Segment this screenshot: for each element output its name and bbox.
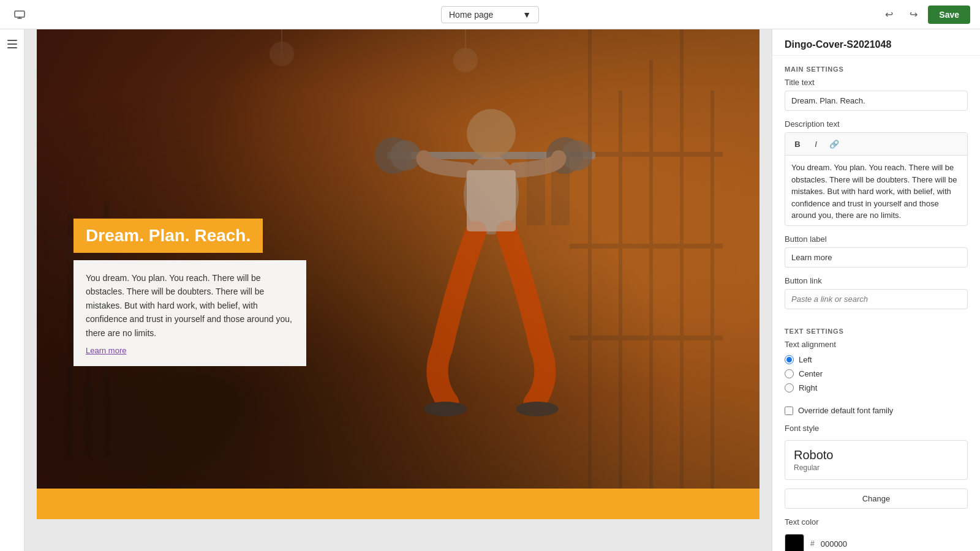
save-button[interactable]: Save <box>928 6 970 24</box>
top-bar-left <box>10 5 29 24</box>
description-textarea[interactable] <box>785 156 967 223</box>
override-font-label: Override default font family <box>798 406 893 415</box>
alignment-center-option[interactable]: Center <box>785 369 968 378</box>
bottom-strip <box>37 489 760 519</box>
svg-point-25 <box>390 140 421 171</box>
override-font-checkbox-item[interactable]: Override default font family <box>772 406 980 424</box>
svg-point-29 <box>467 109 516 158</box>
text-color-row: # 000000 <box>772 534 980 551</box>
button-label-input[interactable] <box>785 247 968 268</box>
text-color-value: 000000 <box>821 539 847 549</box>
title-text-group: Title text <box>772 78 980 119</box>
text-settings-label: TEXT SETTINGS <box>772 318 980 340</box>
svg-rect-13 <box>649 60 653 489</box>
color-hash: # <box>810 539 815 548</box>
alignment-right-option[interactable]: Right <box>785 383 968 392</box>
sidebar-header: Dingo-Cover-S2021048 <box>772 29 980 56</box>
svg-point-31 <box>516 402 559 416</box>
canvas-area: Dream. Plan. Reach. You dream. You plan.… <box>24 29 772 551</box>
button-link-group: Button link <box>772 276 980 318</box>
button-link-label: Button link <box>785 276 968 285</box>
svg-rect-12 <box>619 91 622 489</box>
font-style-label: Font style <box>785 424 968 433</box>
hero-overlay-text: Dream. Plan. Reach. You dream. You plan.… <box>74 219 306 366</box>
alignment-right-label: Right <box>799 383 817 392</box>
text-color-label: Text color <box>785 517 968 527</box>
svg-point-30 <box>424 402 467 416</box>
top-bar-right: ↩ ↪ Save <box>879 5 970 24</box>
hero-desc-box: You dream. You plan. You reach. There wi… <box>74 260 306 366</box>
text-alignment-radio-group: Left Center Right <box>772 355 980 406</box>
button-link-input[interactable] <box>785 289 968 309</box>
italic-button[interactable]: I <box>807 135 824 152</box>
font-name: Roboto <box>794 448 959 462</box>
svg-rect-32 <box>467 170 516 231</box>
hero-section: Dream. Plan. Reach. You dream. You plan.… <box>37 29 760 489</box>
settings-sidebar: Dingo-Cover-S2021048 MAIN SETTINGS Title… <box>772 29 980 551</box>
alignment-left-option[interactable]: Left <box>785 355 968 364</box>
text-alignment-label-container: Text alignment <box>772 340 980 355</box>
hero-title-box: Dream. Plan. Reach. <box>74 219 263 253</box>
link-button[interactable]: 🔗 <box>826 135 843 152</box>
alignment-left-label: Left <box>799 355 812 364</box>
description-editor: B I 🔗 <box>785 132 968 226</box>
svg-rect-15 <box>710 91 714 489</box>
description-text-label: Description text <box>785 119 968 129</box>
main-layout: Dream. Plan. Reach. You dream. You plan.… <box>0 29 980 551</box>
title-text-input[interactable] <box>785 91 968 111</box>
main-settings-section-label: MAIN SETTINGS <box>772 56 980 78</box>
chevron-down-icon: ▼ <box>522 10 531 20</box>
alignment-left-radio[interactable] <box>785 355 794 364</box>
text-color-swatch[interactable] <box>785 534 804 551</box>
font-style-label-container: Font style <box>772 424 980 440</box>
undo-button[interactable]: ↩ <box>879 5 899 24</box>
svg-point-27 <box>562 140 592 171</box>
svg-rect-2 <box>7 43 17 45</box>
page-selector[interactable]: Home page ▼ <box>441 6 539 23</box>
hero-title: Dream. Plan. Reach. <box>86 226 251 245</box>
svg-rect-3 <box>7 47 17 48</box>
top-bar: Home page ▼ ↩ ↪ Save <box>0 0 980 29</box>
description-text-group: Description text B I 🔗 <box>772 119 980 234</box>
section-id-label: Dingo-Cover-S2021048 <box>785 39 968 50</box>
alignment-center-radio[interactable] <box>785 369 794 378</box>
page-selector-label: Home page <box>449 10 493 20</box>
svg-rect-14 <box>680 29 684 489</box>
svg-rect-0 <box>15 11 24 17</box>
left-sidebar <box>0 29 24 551</box>
button-label-group: Button label <box>772 234 980 276</box>
button-label-label: Button label <box>785 234 968 244</box>
left-nav-icon[interactable] <box>2 34 22 54</box>
alignment-right-radio[interactable] <box>785 383 794 392</box>
font-style-box: Roboto Regular <box>785 440 968 480</box>
override-font-checkbox[interactable] <box>785 407 793 415</box>
page-canvas: Dream. Plan. Reach. You dream. You plan.… <box>37 29 760 519</box>
hero-description: You dream. You plan. You reach. There wi… <box>86 271 294 340</box>
alignment-center-label: Center <box>799 369 823 378</box>
top-bar-center: Home page ▼ <box>441 6 539 23</box>
bold-button[interactable]: B <box>789 135 806 152</box>
monitor-icon-btn[interactable] <box>10 5 29 24</box>
hero-learn-more-link[interactable]: Learn more <box>86 346 294 355</box>
svg-rect-1 <box>7 40 17 41</box>
person-silhouette <box>375 72 608 489</box>
font-variant: Regular <box>794 463 959 472</box>
title-text-label: Title text <box>785 78 968 87</box>
redo-button[interactable]: ↪ <box>903 5 923 24</box>
desc-toolbar: B I 🔗 <box>785 133 967 156</box>
text-color-label-container: Text color <box>772 517 980 534</box>
text-alignment-label: Text alignment <box>785 340 968 349</box>
change-font-button[interactable]: Change <box>785 489 968 509</box>
